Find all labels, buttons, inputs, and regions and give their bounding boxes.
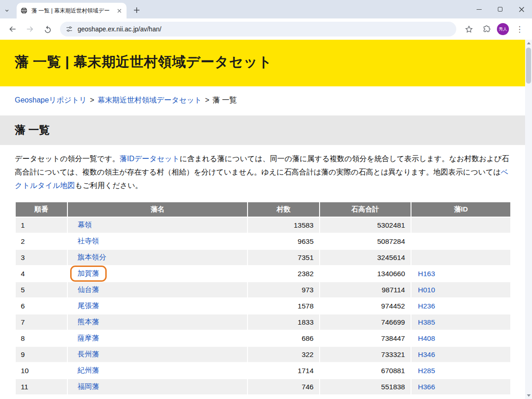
cell-villages: 686 <box>248 330 320 346</box>
han-id-link[interactable]: H408 <box>418 334 435 342</box>
page-banner: 藩 一覧 | 幕末期近世村領域データセット <box>0 40 525 86</box>
table-row: 9長州藩322733321H346 <box>15 346 511 363</box>
back-button[interactable] <box>5 21 20 37</box>
new-tab-button[interactable] <box>130 4 143 17</box>
page-content: 藩 一覧 | 幕末期近世村領域データセット Geoshapeリポジトリ>幕末期近… <box>0 40 525 399</box>
kebab-menu-icon: ⋮ <box>516 24 524 34</box>
forward-button[interactable] <box>22 21 38 37</box>
cell-rank: 10 <box>15 363 67 379</box>
han-name-link[interactable]: 社寺領 <box>78 237 99 245</box>
table-row: 3旗本領分73513245614 <box>15 249 511 266</box>
cell-han-id: H163 <box>411 266 511 282</box>
browser-menu-button[interactable]: ⋮ <box>512 21 527 37</box>
han-name-link[interactable]: 旗本領分 <box>78 253 106 261</box>
close-button[interactable] <box>511 0 532 18</box>
han-name-link[interactable]: 熊本藩 <box>78 318 99 326</box>
table-row: 1幕領135835302481 <box>15 217 511 233</box>
cell-rank: 9 <box>15 346 67 363</box>
highlight-ring: 加賀藩 <box>70 266 107 282</box>
scrollbar-up-arrow[interactable] <box>525 40 532 47</box>
han-id-link[interactable]: H285 <box>418 367 435 375</box>
han-id-link[interactable]: H163 <box>418 270 435 278</box>
tab-close-icon[interactable] <box>115 7 123 14</box>
maximize-icon <box>498 7 502 12</box>
cell-koku-total: 987114 <box>320 282 411 298</box>
cell-villages: 351 <box>248 395 320 399</box>
han-id-link[interactable]: H010 <box>418 286 435 294</box>
table-row: 10紀州藩1714670881H285 <box>15 363 511 379</box>
han-name-link[interactable]: 幕領 <box>78 221 92 229</box>
header-koku-total: 石高合計 <box>320 202 411 217</box>
window-controls <box>468 0 532 18</box>
cell-rank: 5 <box>15 282 67 298</box>
site-settings-icon[interactable] <box>66 25 73 33</box>
close-icon <box>519 7 524 12</box>
cell-koku-total: 551838 <box>320 379 411 395</box>
cell-rank: 1 <box>15 217 67 233</box>
cell-rank: 3 <box>15 249 67 266</box>
scrollbar-down-arrow[interactable] <box>525 392 532 399</box>
profile-avatar[interactable]: 秀人 <box>497 23 509 35</box>
reload-button[interactable] <box>40 21 55 37</box>
han-name-link[interactable]: 尾張藩 <box>78 302 99 309</box>
cell-koku-total: 494087 <box>320 395 411 399</box>
cell-villages: 322 <box>248 346 320 363</box>
scrollbar-thumb[interactable] <box>526 48 531 84</box>
cell-han-name: 長州藩 <box>67 346 248 363</box>
url-text: geoshape.ex.nii.ac.jp/av/han/ <box>78 25 161 33</box>
table-row: 8薩摩藩686738447H408 <box>15 330 511 346</box>
cell-koku-total: 746699 <box>320 314 411 330</box>
table-row: 7熊本藩1833746699H385 <box>15 314 511 330</box>
cell-koku-total: 733321 <box>320 346 411 363</box>
section-heading: 藩 一覧 <box>15 123 510 137</box>
globe-favicon-icon <box>20 7 28 14</box>
cell-han-name: 福岡藩 <box>67 379 248 395</box>
han-name-link[interactable]: 仙台藩 <box>78 285 99 293</box>
han-name-link[interactable]: 福岡藩 <box>78 382 99 390</box>
cell-koku-total: 5302481 <box>320 217 411 233</box>
cell-han-id: H366 <box>411 379 511 395</box>
tab-search-chevron-icon[interactable] <box>0 3 14 18</box>
cell-villages: 9635 <box>248 233 320 249</box>
tab-bar: 藩 一覧 | 幕末期近世村領域デー <box>0 0 532 18</box>
minimize-button[interactable] <box>468 0 490 18</box>
cell-koku-total: 3245614 <box>320 249 411 266</box>
han-name-link[interactable]: 長州藩 <box>78 350 99 358</box>
cell-rank: 12 <box>15 395 67 399</box>
han-name-link[interactable]: 紀州藩 <box>78 366 99 374</box>
breadcrumb-separator: > <box>90 96 94 104</box>
browser-window: 藩 一覧 | 幕末期近世村領域デー <box>0 0 532 399</box>
cell-koku-total: 974452 <box>320 298 411 314</box>
table-row: 4加賀藩23821340660H163 <box>15 266 511 282</box>
han-name-link[interactable]: 加賀藩 <box>78 269 99 277</box>
cell-han-name: 旗本領分 <box>67 249 248 266</box>
breadcrumb-link-repository[interactable]: Geoshapeリポジトリ <box>15 96 87 104</box>
cell-han-id <box>411 249 511 266</box>
extensions-icon[interactable] <box>478 21 494 37</box>
han-name-link[interactable]: 薩摩藩 <box>78 334 99 342</box>
minimize-icon <box>477 9 482 10</box>
table-header-row: 順番 藩名 村数 石高合計 藩ID <box>15 202 511 217</box>
cell-rank: 4 <box>15 266 67 282</box>
han-id-dataset-link[interactable]: 藩IDデータセット <box>120 155 180 163</box>
table-row: 6尾張藩1578974452H236 <box>15 298 511 314</box>
maximize-button[interactable] <box>490 0 511 18</box>
bookmark-star-icon[interactable] <box>461 21 477 37</box>
han-id-link[interactable]: H236 <box>418 302 435 310</box>
table-row: 2社寺領96355087284 <box>15 233 511 249</box>
han-id-link[interactable]: H385 <box>418 318 435 326</box>
han-id-link[interactable]: H366 <box>418 383 435 391</box>
breadcrumb-link-dataset[interactable]: 幕末期近世村領域データセット <box>97 96 202 104</box>
intro-text: データセットの領分一覧です。藩IDデータセットに含まれる藩については、同一の藩に… <box>0 145 525 198</box>
cell-villages: 973 <box>248 282 320 298</box>
cell-han-name: 土佐藩 <box>67 395 248 399</box>
triangle-up-icon <box>527 42 531 44</box>
cell-han-id: H363 <box>411 395 511 399</box>
address-bar[interactable]: geoshape.ex.nii.ac.jp/av/han/ <box>60 22 456 36</box>
cell-rank: 11 <box>15 379 67 395</box>
breadcrumb: Geoshapeリポジトリ>幕末期近世村領域データセット>藩 一覧 <box>0 86 525 115</box>
intro-part-1: データセットの領分一覧です。 <box>15 155 120 163</box>
han-id-link[interactable]: H346 <box>418 351 435 358</box>
cell-han-id: H408 <box>411 330 511 346</box>
browser-tab[interactable]: 藩 一覧 | 幕末期近世村領域デー <box>17 3 127 18</box>
